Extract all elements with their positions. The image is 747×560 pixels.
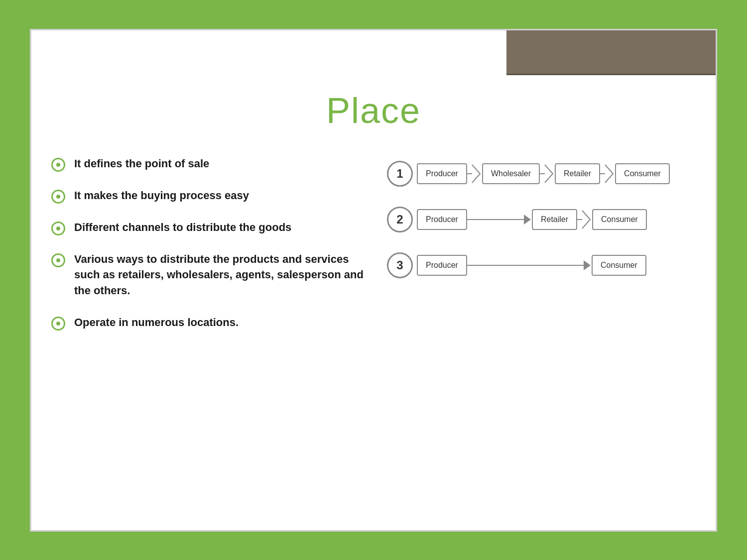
bullet-text-5: Operate in numerous locations. <box>74 315 239 331</box>
bullet-icon-2 <box>51 190 65 204</box>
bullet-text-2: It makes the buying process easy <box>74 188 249 204</box>
channel-box-producer-2: Producer <box>417 209 467 230</box>
bullet-icon-1 <box>51 158 65 172</box>
arrow-1a <box>467 163 482 185</box>
channel-number-1: 1 <box>387 161 413 187</box>
svg-marker-4 <box>524 215 531 224</box>
channel-row-1: 1 Producer Wholesaler Retailer Consumer <box>387 161 696 187</box>
bullet-text-1: It defines the point of sale <box>74 156 209 172</box>
bullets-column: It defines the point of sale It makes th… <box>51 156 387 530</box>
wide-arrow-2 <box>467 209 532 230</box>
arrow-1c <box>600 163 615 185</box>
bullet-icon-3 <box>51 222 65 235</box>
channel-box-retailer-1: Retailer <box>555 163 600 184</box>
channel-box-producer-1: Producer <box>417 163 467 184</box>
bullet-icon-5 <box>51 317 65 331</box>
slide: Place It defines the point of sale It ma… <box>30 29 717 532</box>
bullet-item-1: It defines the point of sale <box>51 156 372 172</box>
channel-box-retailer-2: Retailer <box>532 209 577 230</box>
channels-column: 1 Producer Wholesaler Retailer Consumer <box>387 156 696 530</box>
channel-box-consumer-3: Consumer <box>592 255 646 276</box>
wide-arrow-3 <box>467 254 592 276</box>
bullet-icon-4 <box>51 253 65 267</box>
header-bar <box>506 30 716 75</box>
arrow-1b <box>540 163 555 185</box>
channel-row-2: 2 Producer Retailer Consumer <box>387 207 696 232</box>
channel-box-producer-3: Producer <box>417 255 467 276</box>
slide-title: Place <box>31 90 716 131</box>
bullet-text-4: Various ways to distribute the products … <box>74 251 372 299</box>
channel-box-consumer-1: Consumer <box>615 163 670 184</box>
bullet-item-3: Different channels to distribute the goo… <box>51 220 372 235</box>
arrow-2b <box>577 209 592 230</box>
channel-number-2: 2 <box>387 207 413 232</box>
bullet-item-5: Operate in numerous locations. <box>51 315 372 331</box>
channel-row-3: 3 Producer Consumer <box>387 252 696 278</box>
content-area: It defines the point of sale It makes th… <box>31 156 716 530</box>
bullet-item-2: It makes the buying process easy <box>51 188 372 204</box>
bullet-text-3: Different channels to distribute the goo… <box>74 220 291 235</box>
channel-number-3: 3 <box>387 252 413 278</box>
channel-box-wholesaler-1: Wholesaler <box>482 163 540 184</box>
channel-box-consumer-2: Consumer <box>592 209 647 230</box>
bullet-item-4: Various ways to distribute the products … <box>51 251 372 299</box>
svg-marker-7 <box>584 260 591 270</box>
